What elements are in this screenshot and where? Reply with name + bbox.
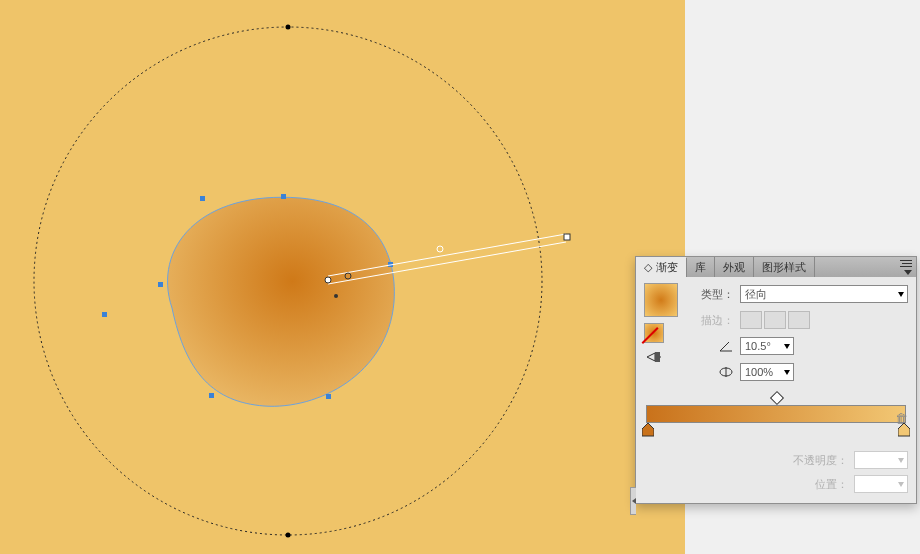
svg-rect-9 [200, 196, 205, 201]
reverse-gradient-button[interactable] [644, 349, 664, 365]
svg-rect-7 [158, 282, 163, 287]
tab-gradient[interactable]: ◇渐变 [636, 257, 687, 277]
svg-rect-12 [564, 234, 570, 240]
svg-point-16 [334, 294, 338, 298]
panel-tabs: ◇渐变 库 外观 图形样式 [636, 257, 916, 277]
gradient-stop-left[interactable] [642, 423, 654, 437]
svg-rect-17 [655, 352, 660, 362]
position-label: 位置： [778, 477, 848, 492]
midpoint-diamond[interactable] [770, 391, 784, 405]
stroke-mode-3[interactable] [788, 311, 810, 329]
stroke-gradient-mode [740, 311, 810, 329]
tab-appearance[interactable]: 外观 [715, 257, 754, 277]
aspect-input[interactable]: 100% [740, 363, 794, 381]
gradient-slider[interactable]: 🗑 [646, 393, 906, 437]
gradient-stop-right[interactable] [898, 423, 910, 437]
artboard[interactable] [0, 0, 685, 554]
svg-point-15 [437, 246, 443, 252]
tab-graphic-styles[interactable]: 图形样式 [754, 257, 815, 277]
angle-input[interactable]: 10.5° [740, 337, 794, 355]
gradient-type-select[interactable]: 径向 [740, 285, 908, 303]
svg-rect-3 [281, 194, 286, 199]
opacity-label: 不透明度： [778, 453, 848, 468]
aspect-icon [686, 365, 734, 379]
svg-rect-5 [326, 394, 331, 399]
svg-marker-20 [642, 423, 654, 436]
position-input[interactable] [854, 475, 908, 493]
angle-icon [686, 339, 734, 353]
svg-point-13 [325, 277, 331, 283]
gradient-panel: ◇渐变 库 外观 图形样式 类型： 径向 [635, 256, 917, 504]
type-label: 类型： [686, 287, 734, 302]
artwork-svg [0, 0, 685, 554]
svg-rect-8 [102, 312, 107, 317]
gradient-preview-swatch[interactable] [644, 283, 678, 317]
gradient-bar[interactable]: 🗑 [646, 405, 906, 423]
svg-point-2 [286, 533, 291, 538]
active-fill-swatch[interactable] [644, 323, 664, 343]
panel-menu-icon[interactable] [896, 260, 912, 275]
svg-marker-21 [898, 423, 910, 436]
svg-point-1 [286, 25, 291, 30]
tab-library[interactable]: 库 [687, 257, 715, 277]
svg-rect-6 [209, 393, 214, 398]
opacity-input[interactable] [854, 451, 908, 469]
stroke-label: 描边： [686, 313, 734, 328]
stroke-mode-2[interactable] [764, 311, 786, 329]
stroke-mode-1[interactable] [740, 311, 762, 329]
